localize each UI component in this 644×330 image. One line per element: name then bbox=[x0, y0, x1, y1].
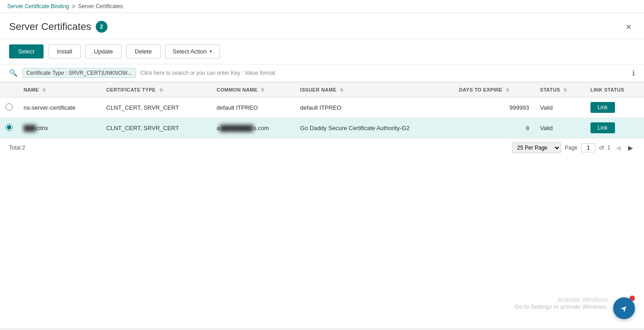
of-label: of bbox=[599, 145, 604, 151]
select-action-label: Select Action bbox=[173, 48, 207, 55]
table-footer: Total 2 25 Per Page 50 Per Page 100 Per … bbox=[0, 138, 644, 157]
total-pages: 1 bbox=[607, 145, 610, 151]
breadcrumb-separator: > bbox=[72, 3, 75, 10]
info-icon[interactable]: ℹ bbox=[632, 69, 635, 78]
install-button[interactable]: Install bbox=[48, 44, 81, 58]
row2-status: Valid bbox=[535, 118, 585, 138]
certificates-table: NAME ⇅ CERTIFICATE TYPE ⇅ COMMON NAME ⇅ … bbox=[0, 82, 644, 138]
row1-link-status: Link bbox=[585, 97, 644, 118]
windows-activate-title: Activate Windows bbox=[515, 296, 608, 303]
delete-button[interactable]: Delete bbox=[126, 44, 161, 58]
page-input[interactable] bbox=[581, 143, 595, 152]
table-row: ███citrix CLNT_CERT, SRVR_CERT a████████… bbox=[0, 118, 644, 138]
table-header-row: NAME ⇅ CERTIFICATE TYPE ⇅ COMMON NAME ⇅ … bbox=[0, 82, 644, 97]
panel-title-group: Server Certificates 2 bbox=[9, 21, 107, 33]
col-days-to-expire[interactable]: DAYS TO EXPIRE ⇅ bbox=[454, 82, 535, 97]
prev-page-button[interactable]: ◀ bbox=[614, 143, 623, 152]
sort-name-icon: ⇅ bbox=[42, 87, 46, 92]
row2-cert-type: CLNT_CERT, SRVR_CERT bbox=[101, 118, 211, 138]
toolbar: Select Install Update Delete Select Acti… bbox=[0, 39, 644, 64]
row2-radio[interactable] bbox=[5, 124, 13, 131]
col-link-status[interactable]: LINK STATUS bbox=[585, 82, 644, 97]
per-page-select[interactable]: 25 Per Page 50 Per Page 100 Per Page bbox=[512, 142, 561, 153]
nav-circle-button[interactable] bbox=[613, 297, 635, 319]
row2-days-to-expire: 8 bbox=[454, 118, 535, 138]
main-panel: Server Certificates 2 × Select Install U… bbox=[0, 13, 644, 328]
row2-common-name: a████████s.com bbox=[211, 118, 295, 138]
select-button[interactable]: Select bbox=[9, 44, 44, 58]
col-radio bbox=[0, 82, 18, 97]
panel-header: Server Certificates 2 × bbox=[0, 13, 644, 39]
row1-cert-type: CLNT_CERT, SRVR_CERT bbox=[101, 97, 211, 118]
sort-issuer-name-icon: ⇅ bbox=[340, 87, 343, 92]
windows-activation: Activate Windows Go to Settings to activ… bbox=[515, 296, 608, 310]
close-button[interactable]: × bbox=[622, 20, 635, 33]
row1-name: ns-server-certificate bbox=[18, 97, 101, 118]
next-page-button[interactable]: ▶ bbox=[626, 143, 635, 152]
row1-days-to-expire: 999993 bbox=[454, 97, 535, 118]
col-common-name[interactable]: COMMON NAME ⇅ bbox=[211, 82, 295, 97]
chevron-down-icon: ▾ bbox=[210, 49, 212, 54]
sort-status-icon: ⇅ bbox=[563, 87, 567, 92]
row2-link-button[interactable]: Link bbox=[590, 122, 615, 133]
row1-radio[interactable] bbox=[5, 103, 13, 111]
col-cert-type[interactable]: CERTIFICATE TYPE ⇅ bbox=[101, 82, 211, 97]
sort-common-name-icon: ⇅ bbox=[261, 87, 264, 92]
col-name[interactable]: NAME ⇅ bbox=[18, 82, 101, 97]
pagination: 25 Per Page 50 Per Page 100 Per Page Pag… bbox=[512, 142, 635, 153]
search-icon: 🔍 bbox=[9, 69, 18, 77]
table-row: ns-server-certificate CLNT_CERT, SRVR_CE… bbox=[0, 97, 644, 118]
search-filter-tag[interactable]: Certificate Type : SRVR_CERT|UNKNOW... bbox=[22, 68, 136, 78]
row2-name-blurred: ███ bbox=[24, 125, 36, 131]
row2-common-name-blurred: ████████ bbox=[220, 125, 254, 131]
breadcrumb-current: Server Certificates bbox=[78, 3, 123, 10]
row1-link-button[interactable]: Link bbox=[590, 102, 615, 113]
total-label: Total 2 bbox=[9, 145, 25, 151]
row1-common-name: default ITPREO bbox=[211, 97, 295, 118]
search-bar: 🔍 Certificate Type : SRVR_CERT|UNKNOW...… bbox=[0, 64, 644, 82]
row2-issuer-name: Go Daddy Secure Certificate Authority-G2 bbox=[295, 118, 454, 138]
select-action-button[interactable]: Select Action ▾ bbox=[165, 44, 220, 58]
table-container: NAME ⇅ CERTIFICATE TYPE ⇅ COMMON NAME ⇅ … bbox=[0, 82, 644, 138]
table-body: ns-server-certificate CLNT_CERT, SRVR_CE… bbox=[0, 97, 644, 138]
row2-link-status: Link bbox=[585, 118, 644, 138]
sort-days-icon: ⇅ bbox=[506, 87, 509, 92]
row1-status: Valid bbox=[535, 97, 585, 118]
update-button[interactable]: Update bbox=[85, 44, 122, 58]
sort-cert-type-icon: ⇅ bbox=[159, 87, 163, 92]
windows-activate-subtitle: Go to Settings to activate Windows. bbox=[515, 303, 608, 310]
row2-name: ███citrix bbox=[18, 118, 101, 138]
breadcrumb-bar: Server Certificate Binding > Server Cert… bbox=[0, 0, 644, 13]
row2-radio-cell bbox=[0, 118, 18, 138]
row1-radio-cell bbox=[0, 97, 18, 118]
count-badge: 2 bbox=[96, 21, 107, 33]
breadcrumb-parent[interactable]: Server Certificate Binding bbox=[7, 3, 69, 10]
row1-issuer-name: default ITPREO bbox=[295, 97, 454, 118]
panel-title: Server Certificates bbox=[9, 21, 91, 33]
col-issuer-name[interactable]: ISSUER NAME ⇅ bbox=[295, 82, 454, 97]
col-status[interactable]: STATUS ⇅ bbox=[535, 82, 585, 97]
page-label: Page bbox=[565, 145, 577, 151]
search-hint[interactable]: Click here to search or you can enter Ke… bbox=[141, 70, 275, 76]
